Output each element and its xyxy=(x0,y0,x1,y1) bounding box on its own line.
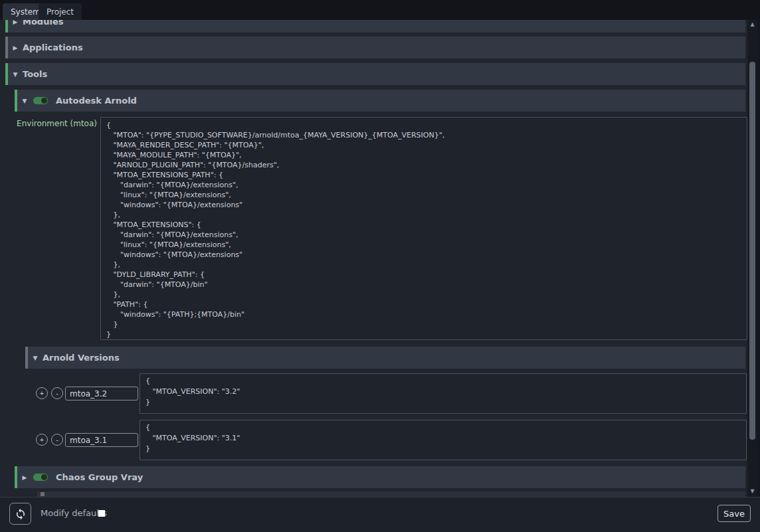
scrollbar-thumb[interactable] xyxy=(749,62,755,440)
env-mtoa-json-textarea[interactable]: { "MTOA": "{PYPE_STUDIO_SOFTWARE}/arnold… xyxy=(100,117,747,340)
section-header-vray[interactable]: ▶ Chaos Group Vray xyxy=(15,466,745,488)
vray-enabled-toggle[interactable] xyxy=(33,474,48,481)
settings-scroll-area: ▶ Modules ▶ Applications ▼ Tools ▼ Autod… xyxy=(0,20,747,497)
add-version-button[interactable]: + xyxy=(36,434,48,446)
env-mtoa-label: Environment (mtoa) xyxy=(7,119,97,128)
section-header-tools[interactable]: ▼ Tools xyxy=(5,63,745,85)
scroll-up-button[interactable]: ▲ xyxy=(747,20,757,29)
section-header-arnold-versions[interactable]: ▼ Arnold Versions xyxy=(25,347,745,369)
version-name-input[interactable] xyxy=(65,433,138,447)
modify-defaults-checkbox[interactable] xyxy=(98,510,105,517)
footer-bar: Modify defaults Save xyxy=(0,497,760,532)
section-tools-label: Tools xyxy=(23,69,47,79)
remove-version-button[interactable]: - xyxy=(51,434,63,446)
chevron-down-icon: ▼ xyxy=(28,355,43,361)
save-button[interactable]: Save xyxy=(717,505,751,522)
toggle-knob xyxy=(41,98,47,104)
chevron-down-icon: ▼ xyxy=(8,71,23,78)
vertical-scrollbar[interactable]: ▲ ▼ xyxy=(747,20,757,497)
section-vray-label: Chaos Group Vray xyxy=(56,472,143,482)
settings-window: System Project ▶ Modules ▶ Applications … xyxy=(0,0,760,532)
tab-system-label: System xyxy=(11,7,41,17)
tab-project[interactable]: Project xyxy=(39,3,82,20)
chevron-right-icon: ▶ xyxy=(17,474,32,481)
section-header-arnold[interactable]: ▼ Autodesk Arnold xyxy=(15,90,745,112)
add-version-button[interactable]: + xyxy=(36,387,48,399)
version-name-input[interactable] xyxy=(65,387,138,400)
remove-version-button[interactable]: - xyxy=(51,387,63,399)
tab-bar: System Project xyxy=(0,0,760,20)
section-modules-label: Modules xyxy=(23,20,63,27)
modify-defaults-label: Modify defaults xyxy=(41,508,107,518)
next-section-partial xyxy=(37,491,745,497)
arnold-enabled-toggle[interactable] xyxy=(33,97,48,104)
scroll-down-button[interactable]: ▼ xyxy=(747,487,757,496)
toggle-knob xyxy=(41,474,47,480)
version-json-textarea[interactable]: { "MTOA_VERSION": "3.1" } xyxy=(140,420,747,460)
version-json-textarea[interactable]: { "MTOA_VERSION": "3.2" } xyxy=(140,373,747,414)
section-header-modules[interactable]: ▶ Modules xyxy=(5,20,745,33)
section-applications-label: Applications xyxy=(23,43,83,52)
refresh-icon xyxy=(15,508,27,520)
chevron-down-icon: ▼ xyxy=(17,98,32,104)
tab-project-label: Project xyxy=(47,7,74,17)
chevron-right-icon: ▶ xyxy=(8,20,23,25)
section-header-applications[interactable]: ▶ Applications xyxy=(5,37,745,58)
chevron-right-icon: ▶ xyxy=(8,44,23,51)
refresh-button[interactable] xyxy=(9,503,31,525)
section-arnold-label: Autodesk Arnold xyxy=(56,96,137,106)
partial-chevron-icon xyxy=(41,492,45,496)
arnold-versions-label: Arnold Versions xyxy=(43,353,120,363)
section-modules-cut-wrap: ▶ Modules xyxy=(5,20,745,33)
